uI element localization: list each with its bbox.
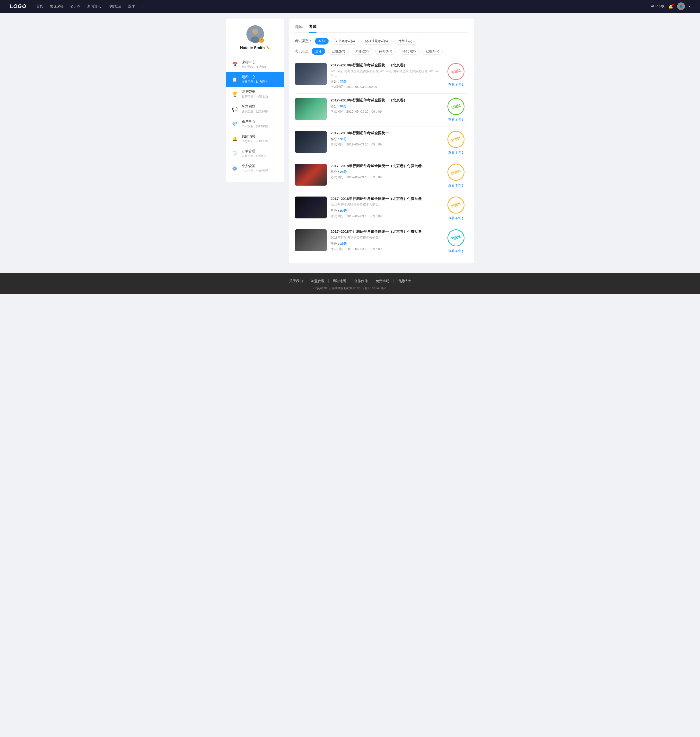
arrow-right-icon: ❯ xyxy=(461,217,464,220)
sidebar: 🏅 Natalie Smith ✏️ 📅 课程中心 精彩课程，不容错过 📋 题库… xyxy=(226,19,284,182)
exam-score: 得分：99分 xyxy=(331,137,440,142)
exam-right: 已批阅 查看详情❯ xyxy=(444,229,468,253)
exam-score: 得分：99分 xyxy=(331,209,440,213)
exam-stamp: 已通过 xyxy=(446,96,466,117)
footer-link[interactable]: 免责声明 xyxy=(372,279,394,283)
exam-time: 考试时间：2019–05–03 10：09：09 xyxy=(331,175,440,180)
sidebar-icon-6: 📄 xyxy=(231,150,239,158)
content-tabs: 题库考试 xyxy=(295,24,468,33)
arrow-right-icon: ❯ xyxy=(461,83,464,86)
footer-link[interactable]: 加盟代理 xyxy=(307,279,329,283)
sidebar-item-0[interactable]: 📅 课程中心 精彩课程，不容错过 xyxy=(226,57,284,72)
status-filter-btn[interactable]: 待考试(2) xyxy=(375,48,396,55)
exam-score-value: 99分 xyxy=(340,137,347,141)
view-detail-link[interactable]: 查看详情❯ xyxy=(448,216,464,220)
footer-link[interactable]: 关于我们 xyxy=(285,279,307,283)
nav-item[interactable]: 新闻资讯 xyxy=(87,4,101,9)
notification-dot xyxy=(672,4,674,6)
exam-item: 2017–2018年行测证件考试全国统一（北京卷）付费批卷 2018年行测考试是… xyxy=(295,225,468,258)
nav-item[interactable]: 公开课 xyxy=(70,4,81,9)
user-avatar-header[interactable]: 👤 xyxy=(677,3,685,10)
sidebar-menu: 📅 课程中心 精彩课程，不容错过 📋 题库中心 海量习题，助力通关 🏆 证书荣誉… xyxy=(226,55,284,178)
nav-item[interactable]: 题库 xyxy=(128,4,135,9)
sidebar-item-4[interactable]: 💎 账户中心 个人权益，实时掌握 xyxy=(226,116,284,131)
exam-right: 未通过 查看详情❯ xyxy=(444,63,468,87)
view-detail-link[interactable]: 查看详情❯ xyxy=(448,183,464,187)
exam-time: 考试时间：2019–05–03 10：09：09 xyxy=(331,109,440,114)
status-filter-btn[interactable]: 已批阅(2) xyxy=(422,48,443,55)
exam-item: 2017–2018年行测证件考试全国统一 得分：99分 考试时间：2019–05… xyxy=(295,127,468,159)
exam-info: 2017–2018年行测证件考试全国统一（北京卷） 2018年行测考试是最值得多… xyxy=(331,63,440,89)
exam-item: 2017–2018年行测证件考试全国统一（北京卷）付费批卷 得分：25分 考试时… xyxy=(295,159,468,192)
exam-score-value: 25分 xyxy=(340,242,347,245)
status-filter-btn[interactable]: 全部 xyxy=(312,48,325,55)
sidebar-item-7[interactable]: ⚙️ 个人设置 个人信息，一键管理 xyxy=(226,161,284,176)
exam-score: 得分：25分 xyxy=(331,79,440,84)
footer-link[interactable]: 招贤纳士 xyxy=(394,279,415,283)
tab-考试[interactable]: 考试 xyxy=(309,24,316,33)
sidebar-title-7: 个人设置 xyxy=(241,164,268,168)
status-filter-btn[interactable]: 未通过(2) xyxy=(352,48,372,55)
exam-info: 2017–2018年行测证件考试全国统一（北京卷）付费批卷 得分：25分 考试时… xyxy=(331,164,440,180)
sidebar-icon-4: 💎 xyxy=(231,120,239,128)
edit-profile-icon[interactable]: ✏️ xyxy=(266,46,270,50)
type-filter-btn[interactable]: 证书类考试(4) xyxy=(331,38,359,44)
sidebar-title-2: 证书荣誉 xyxy=(241,90,268,94)
exam-item: 2017–2018年行测证件考试全国统一（北京卷）付费批卷 2018年行测考试是… xyxy=(295,192,468,225)
sidebar-subtitle-7: 个人信息，一键管理 xyxy=(241,169,268,173)
exam-thumbnail xyxy=(295,229,326,251)
notification-bell[interactable]: 🔔 xyxy=(668,4,673,9)
chevron-down-icon[interactable]: ▾ xyxy=(689,4,690,8)
exam-info: 2017–2018年行测证件考试全国统一（北京卷）付费批卷 2018年行测考试是… xyxy=(331,229,440,251)
sidebar-item-3[interactable]: 💬 学习问答 课后重温，疑难解答 xyxy=(226,102,284,116)
avatar-badge: 🏅 xyxy=(259,38,264,43)
app-download-link[interactable]: APP下载 xyxy=(651,4,665,9)
exam-stamp: 已批阅 xyxy=(446,228,466,249)
exam-score-value: 25分 xyxy=(340,80,347,83)
type-filter-btn[interactable]: 全部 xyxy=(315,38,329,44)
exam-stamp: 待考试 xyxy=(446,129,466,150)
sidebar-item-5[interactable]: 🔔 我的消息 消息通知，及时了解 xyxy=(226,131,284,146)
view-detail-link[interactable]: 查看详情❯ xyxy=(448,150,464,155)
exam-list: 2017–2018年行测证件考试全国统一（北京卷） 2018年行测考试是最值得多… xyxy=(295,59,468,258)
footer-copyright: Copyright® 云朵商学院 版权所有 京ICP备17051340号–1 xyxy=(0,286,700,290)
sidebar-subtitle-6: 订单支出，明明白白 xyxy=(241,154,268,158)
nav-item[interactable]: 首页 xyxy=(36,4,43,9)
tab-题库[interactable]: 题库 xyxy=(295,24,303,33)
nav-item[interactable]: 问答社区 xyxy=(108,4,121,9)
footer-link[interactable]: 合作伙伴 xyxy=(350,279,372,283)
view-detail-link[interactable]: 查看详情❯ xyxy=(448,83,464,87)
sidebar-item-6[interactable]: 📄 订单管理 订单支出，明明白白 xyxy=(226,146,284,161)
exam-time: 考试时间：2019–05–03 10：09：09 xyxy=(331,214,440,218)
exam-stamp: 待批阅 xyxy=(446,195,466,216)
exam-score-value: 99分 xyxy=(340,209,347,212)
arrow-right-icon: ❯ xyxy=(461,151,464,154)
nav-item[interactable]: 发现课程 xyxy=(50,4,63,9)
sidebar-title-4: 账户中心 xyxy=(241,119,268,124)
sidebar-item-1[interactable]: 📋 题库中心 海量习题，助力通关 xyxy=(226,72,284,87)
exam-desc: 2018年行测考试是最值得多去研究 2018年行测考试是最值得多去研究 2018… xyxy=(331,69,440,78)
exam-item: 2017–2018年行测证件考试全国统一（北京卷） 得分：99分 考试时间：20… xyxy=(295,94,468,127)
exam-right: 待批阅 查看详情❯ xyxy=(444,196,468,220)
exam-title: 2017–2018年行测证件考试全国统一（北京卷）付费批卷 xyxy=(331,164,440,168)
exam-title: 2017–2018年行测证件考试全国统一 xyxy=(331,131,440,136)
exam-info: 2017–2018年行测证件考试全国统一（北京卷） 得分：99分 考试时间：20… xyxy=(331,98,440,114)
sidebar-subtitle-2: 收获荣誉，持证上岗 xyxy=(241,94,268,99)
exam-stamp: 待批阅 xyxy=(446,162,466,183)
view-detail-link[interactable]: 查看详情❯ xyxy=(448,249,464,253)
sidebar-title-1: 题库中心 xyxy=(241,75,268,79)
exam-score-value: 25分 xyxy=(340,170,347,174)
exam-thumbnail xyxy=(295,131,326,153)
status-filter-btn[interactable]: 待批阅(2) xyxy=(399,48,419,55)
nav-item[interactable]: ··· xyxy=(142,4,145,9)
type-filter-btn[interactable]: 付费批卷(6) xyxy=(394,38,418,44)
type-filter-btn[interactable]: 随机抽题考试(5) xyxy=(362,38,391,44)
exam-title: 2017–2018年行测证件考试全国统一（北京卷）付费批卷 xyxy=(331,229,440,234)
sidebar-item-2[interactable]: 🏆 证书荣誉 收获荣誉，持证上岗 xyxy=(226,87,284,102)
sidebar-title-6: 订单管理 xyxy=(241,149,268,153)
view-detail-link[interactable]: 查看详情❯ xyxy=(448,118,464,122)
sidebar-icon-3: 💬 xyxy=(231,105,239,113)
exam-right: 待考试 查看详情❯ xyxy=(444,131,468,155)
footer-link[interactable]: 网站地图 xyxy=(329,279,350,283)
status-filter-btn[interactable]: 已通过(2) xyxy=(328,48,349,55)
